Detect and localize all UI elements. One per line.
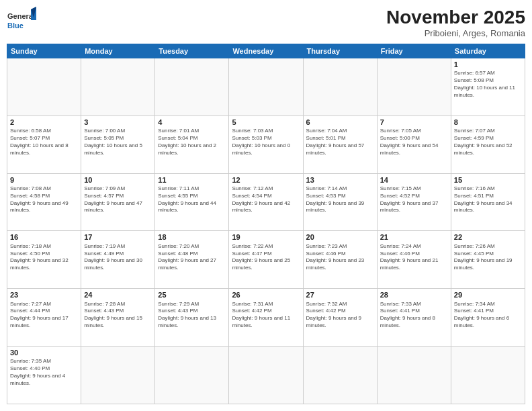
logo: General Blue (7, 7, 36, 36)
day-number: 5 (232, 118, 300, 127)
day-number: 18 (158, 232, 226, 242)
header: General Blue November 2025 Priboieni, Ar… (7, 7, 525, 38)
day-number: 29 (454, 290, 522, 300)
day-number: 6 (306, 118, 374, 127)
day-number: 7 (380, 118, 448, 127)
calendar-cell (377, 58, 451, 116)
day-info: Sunrise: 7:34 AMSunset: 4:41 PMDaylight:… (454, 301, 522, 330)
calendar-cell: 12Sunrise: 7:12 AMSunset: 4:54 PMDayligh… (229, 173, 303, 231)
calendar-cell (303, 58, 377, 116)
day-info: Sunrise: 7:26 AMSunset: 4:45 PMDaylight:… (454, 243, 522, 272)
day-number: 4 (158, 118, 226, 127)
location: Priboieni, Arges, Romania (386, 28, 525, 38)
calendar-cell (81, 58, 155, 116)
calendar-week-row: 9Sunrise: 7:08 AMSunset: 4:58 PMDaylight… (7, 173, 525, 231)
calendar-cell: 15Sunrise: 7:16 AMSunset: 4:51 PMDayligh… (451, 173, 525, 231)
day-info: Sunrise: 7:32 AMSunset: 4:42 PMDaylight:… (306, 301, 374, 330)
day-number: 16 (10, 232, 78, 242)
day-number: 8 (454, 118, 522, 127)
day-info: Sunrise: 7:09 AMSunset: 4:57 PMDaylight:… (84, 185, 152, 214)
calendar-cell: 10Sunrise: 7:09 AMSunset: 4:57 PMDayligh… (81, 173, 155, 231)
day-info: Sunrise: 7:08 AMSunset: 4:58 PMDaylight:… (10, 185, 78, 214)
calendar-cell: 20Sunrise: 7:23 AMSunset: 4:46 PMDayligh… (303, 231, 377, 289)
calendar-cell: 2Sunrise: 6:58 AMSunset: 5:07 PMDaylight… (7, 116, 81, 173)
day-info: Sunrise: 7:12 AMSunset: 4:54 PMDaylight:… (232, 185, 300, 214)
day-info: Sunrise: 7:31 AMSunset: 4:42 PMDaylight:… (232, 301, 300, 330)
day-info: Sunrise: 7:22 AMSunset: 4:47 PMDaylight:… (232, 243, 300, 272)
calendar-cell: 27Sunrise: 7:32 AMSunset: 4:42 PMDayligh… (303, 289, 377, 347)
day-info: Sunrise: 7:18 AMSunset: 4:50 PMDaylight:… (10, 243, 78, 272)
weekday-header-row: SundayMondayTuesdayWednesdayThursdayFrid… (7, 44, 525, 58)
calendar-cell: 17Sunrise: 7:19 AMSunset: 4:49 PMDayligh… (81, 231, 155, 289)
calendar-cell: 4Sunrise: 7:01 AMSunset: 5:04 PMDaylight… (155, 116, 229, 173)
day-info: Sunrise: 7:19 AMSunset: 4:49 PMDaylight:… (84, 243, 152, 272)
calendar-cell: 11Sunrise: 7:11 AMSunset: 4:55 PMDayligh… (155, 173, 229, 231)
day-info: Sunrise: 7:05 AMSunset: 5:00 PMDaylight:… (380, 128, 448, 156)
calendar-cell: 14Sunrise: 7:15 AMSunset: 4:52 PMDayligh… (377, 173, 451, 231)
day-number: 19 (232, 232, 300, 242)
calendar-cell: 25Sunrise: 7:29 AMSunset: 4:43 PMDayligh… (155, 289, 229, 347)
day-number: 30 (10, 348, 78, 357)
day-info: Sunrise: 6:58 AMSunset: 5:07 PMDaylight:… (10, 128, 78, 156)
calendar-cell: 21Sunrise: 7:24 AMSunset: 4:46 PMDayligh… (377, 231, 451, 289)
calendar-cell (7, 58, 81, 116)
calendar-week-row: 23Sunrise: 7:27 AMSunset: 4:44 PMDayligh… (7, 289, 525, 347)
day-number: 27 (306, 290, 374, 300)
calendar-cell (155, 347, 229, 404)
calendar-cell: 8Sunrise: 7:07 AMSunset: 4:59 PMDaylight… (451, 116, 525, 173)
calendar-cell: 24Sunrise: 7:28 AMSunset: 4:43 PMDayligh… (81, 289, 155, 347)
day-number: 9 (10, 175, 78, 185)
calendar-cell: 9Sunrise: 7:08 AMSunset: 4:58 PMDaylight… (7, 173, 81, 231)
day-info: Sunrise: 7:15 AMSunset: 4:52 PMDaylight:… (380, 185, 448, 214)
calendar-cell: 13Sunrise: 7:14 AMSunset: 4:53 PMDayligh… (303, 173, 377, 231)
day-info: Sunrise: 7:01 AMSunset: 5:04 PMDaylight:… (158, 128, 226, 156)
calendar: SundayMondayTuesdayWednesdayThursdayFrid… (7, 44, 525, 404)
calendar-cell: 26Sunrise: 7:31 AMSunset: 4:42 PMDayligh… (229, 289, 303, 347)
day-number: 1 (454, 60, 522, 69)
day-number: 26 (232, 290, 300, 300)
calendar-cell: 23Sunrise: 7:27 AMSunset: 4:44 PMDayligh… (7, 289, 81, 347)
calendar-cell (81, 347, 155, 404)
logo-svg: General Blue (7, 7, 36, 36)
calendar-cell: 7Sunrise: 7:05 AMSunset: 5:00 PMDaylight… (377, 116, 451, 173)
day-info: Sunrise: 7:07 AMSunset: 4:59 PMDaylight:… (454, 128, 522, 156)
calendar-cell (229, 347, 303, 404)
day-number: 21 (380, 232, 448, 242)
calendar-cell: 3Sunrise: 7:00 AMSunset: 5:05 PMDaylight… (81, 116, 155, 173)
svg-text:Blue: Blue (7, 21, 24, 30)
calendar-cell: 1Sunrise: 6:57 AMSunset: 5:08 PMDaylight… (451, 58, 525, 116)
calendar-week-row: 30Sunrise: 7:35 AMSunset: 4:40 PMDayligh… (7, 347, 525, 404)
weekday-friday: Friday (377, 44, 451, 58)
day-info: Sunrise: 7:20 AMSunset: 4:48 PMDaylight:… (158, 243, 226, 272)
calendar-cell (155, 58, 229, 116)
day-number: 22 (454, 232, 522, 242)
day-info: Sunrise: 7:28 AMSunset: 4:43 PMDaylight:… (84, 301, 152, 330)
calendar-week-row: 1Sunrise: 6:57 AMSunset: 5:08 PMDaylight… (7, 58, 525, 116)
calendar-week-row: 2Sunrise: 6:58 AMSunset: 5:07 PMDaylight… (7, 116, 525, 173)
calendar-cell: 6Sunrise: 7:04 AMSunset: 5:01 PMDaylight… (303, 116, 377, 173)
calendar-cell: 28Sunrise: 7:33 AMSunset: 4:41 PMDayligh… (377, 289, 451, 347)
calendar-cell (229, 58, 303, 116)
day-number: 12 (232, 175, 300, 185)
day-number: 3 (84, 118, 152, 127)
day-info: Sunrise: 7:35 AMSunset: 4:40 PMDaylight:… (10, 358, 78, 387)
calendar-week-row: 16Sunrise: 7:18 AMSunset: 4:50 PMDayligh… (7, 231, 525, 289)
weekday-wednesday: Wednesday (229, 44, 303, 58)
weekday-sunday: Sunday (7, 44, 81, 58)
page: General Blue November 2025 Priboieni, Ar… (0, 0, 532, 411)
day-number: 23 (10, 290, 78, 300)
day-info: Sunrise: 7:23 AMSunset: 4:46 PMDaylight:… (306, 243, 374, 272)
calendar-cell (451, 347, 525, 404)
calendar-cell (303, 347, 377, 404)
calendar-cell: 19Sunrise: 7:22 AMSunset: 4:47 PMDayligh… (229, 231, 303, 289)
day-number: 2 (10, 118, 78, 127)
day-info: Sunrise: 7:29 AMSunset: 4:43 PMDaylight:… (158, 301, 226, 330)
day-info: Sunrise: 6:57 AMSunset: 5:08 PMDaylight:… (454, 70, 522, 99)
calendar-cell: 30Sunrise: 7:35 AMSunset: 4:40 PMDayligh… (7, 347, 81, 404)
day-number: 28 (380, 290, 448, 300)
calendar-cell: 5Sunrise: 7:03 AMSunset: 5:03 PMDaylight… (229, 116, 303, 173)
calendar-cell (377, 347, 451, 404)
month-title: November 2025 (386, 7, 525, 28)
calendar-cell: 16Sunrise: 7:18 AMSunset: 4:50 PMDayligh… (7, 231, 81, 289)
weekday-thursday: Thursday (303, 44, 377, 58)
